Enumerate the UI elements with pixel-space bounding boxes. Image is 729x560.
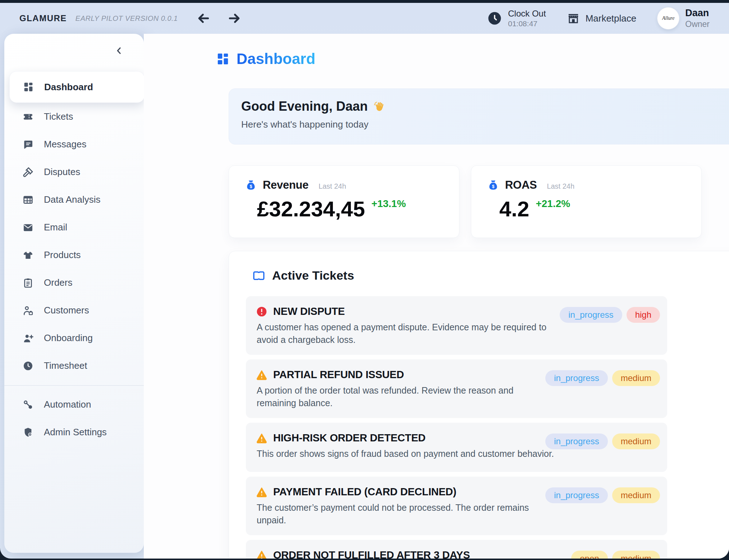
warning-triangle-icon [256,432,267,444]
user-menu[interactable]: Allure Daan Owner [657,7,710,29]
ticket-row[interactable]: ORDER NOT FULFILLED AFTER 3 DAYS This or… [246,540,667,559]
stats-row: $ Revenue Last 24h £32.234,45 +13.1% $ [229,165,702,238]
dashboard-icon [216,52,230,66]
sidebar-item-label: Admin Settings [44,427,107,438]
sidebar-item-tickets[interactable]: Tickets [4,103,144,130]
clipboard-icon [22,277,34,289]
gavel-icon [22,166,34,178]
sidebar-item-dashboard[interactable]: Dashboard [9,71,145,103]
sidebar-item-label: Customers [44,305,89,316]
ticket-title: NEW DISPUTE [273,306,345,317]
ticket-badges: in_progress medium [545,433,660,449]
person-plus-icon [22,332,34,344]
avatar: Allure [657,7,679,29]
chat-bubble-icon [22,139,34,150]
chevron-left-icon [114,45,126,56]
ticket-row[interactable]: NEW DISPUTE A customer has opened a paym… [246,296,667,355]
marketplace-button[interactable]: Marketplace [567,12,637,25]
sidebar-item-label: Products [44,249,81,261]
priority-badge: medium [612,370,660,386]
clock-icon [487,11,502,26]
version-label: EARLY PILOT VERSION 0.0.1 [75,14,178,23]
svg-text:$: $ [250,184,252,189]
sidebar-item-onboarding[interactable]: Onboarding [4,324,144,352]
money-bag-icon: $ [245,179,257,191]
brand-logo: GLAMURE [19,13,67,23]
automation-icon [22,399,34,410]
sidebar-item-data-analysis[interactable]: Data Analysis [4,186,144,214]
priority-badge: medium [612,433,660,449]
user-role: Owner [685,19,710,29]
tshirt-icon [22,249,34,261]
marketplace-label: Marketplace [586,13,637,24]
sidebar-item-label: Orders [44,277,72,288]
sidebar-item-admin-settings[interactable]: Admin Settings [4,418,144,446]
warning-triangle-icon [256,486,267,498]
sidebar-item-email[interactable]: Email [4,214,144,241]
ticket-row[interactable]: PAYMENT FAILED (CARD DECLINED) The custo… [246,477,667,535]
sidebar-collapse-button[interactable] [114,45,126,57]
critical-alert-icon [256,306,267,317]
sidebar-item-label: Disputes [44,166,80,178]
sidebar-divider [4,385,144,386]
priority-badge: medium [612,487,660,503]
clock-icon [22,360,34,372]
sidebar-item-label: Dashboard [44,82,93,93]
status-badge: in_progress [545,370,608,386]
sidebar-item-timesheet[interactable]: Timesheet [4,352,144,380]
screen: GLAMURE EARLY PILOT VERSION 0.0.1 [0,0,729,560]
back-button[interactable] [197,12,210,25]
ticket-title: ORDER NOT FULFILLED AFTER 3 DAYS [273,549,470,559]
forward-button[interactable] [228,12,241,25]
clock-out-label: Clock Out [508,9,546,19]
active-tickets-title: Active Tickets [272,268,354,283]
shield-gear-icon [22,427,34,438]
main-content: Dashboard Good Evening, Daan Here's what… [144,34,729,559]
sidebar-item-label: Messages [44,139,87,150]
status-badge: in_progress [545,487,608,503]
wave-emoji [373,100,386,113]
ticket-row[interactable]: PARTIAL REFUND ISSUED A portion of the o… [246,359,667,418]
stat-period: Last 24h [547,182,574,191]
user-name: Daan [685,8,710,19]
warning-triangle-icon [256,550,267,559]
page-title: Dashboard [237,50,315,68]
clock-out-timer: 01:08:47 [508,19,546,28]
page-header: Dashboard [216,50,315,68]
clock-out-button[interactable]: Clock Out 01:08:47 [487,9,546,28]
person-briefcase-icon [22,305,34,316]
ticket-icon [252,269,266,283]
revenue-value: £32.234,45 [257,197,365,221]
sidebar-item-label: Onboarding [44,332,93,344]
greeting-card: Good Evening, Daan Here's what's happeni… [229,88,729,144]
stat-period: Last 24h [318,182,346,191]
stat-label: Revenue [263,179,308,192]
revenue-delta: +13.1% [371,198,406,210]
sidebar-item-disputes[interactable]: Disputes [4,158,144,186]
sidebar: Dashboard Tickets Messages [4,34,144,553]
table-icon [22,194,34,206]
ticket-description: The customer’s payment could not be proc… [257,501,555,527]
ticket-icon [22,111,34,123]
ticket-title: PAYMENT FAILED (CARD DECLINED) [273,486,457,498]
history-nav [197,12,241,25]
roas-value: 4.2 [499,197,529,221]
arrow-right-icon [228,12,241,25]
topbar: GLAMURE EARLY PILOT VERSION 0.0.1 [0,3,729,34]
ticket-badges: open medium [571,551,660,559]
ticket-title: PARTIAL REFUND ISSUED [273,369,404,381]
arrow-left-icon [197,12,210,25]
ticket-description: This order shows signs of fraud based on… [257,447,555,460]
sidebar-item-label: Automation [44,399,91,410]
ticket-badges: in_progress medium [545,370,660,386]
ticket-row[interactable]: HIGH-RISK ORDER DETECTED This order show… [246,423,667,472]
sidebar-item-orders[interactable]: Orders [4,269,144,297]
sidebar-item-automation[interactable]: Automation [4,391,144,418]
sidebar-item-label: Timesheet [44,360,87,371]
status-badge: in_progress [560,307,622,323]
revenue-card: $ Revenue Last 24h £32.234,45 +13.1% [229,165,459,238]
greeting-heading: Good Evening, Daan [241,99,368,114]
sidebar-item-messages[interactable]: Messages [4,130,144,158]
sidebar-item-products[interactable]: Products [4,241,144,269]
sidebar-item-customers[interactable]: Customers [4,297,144,324]
